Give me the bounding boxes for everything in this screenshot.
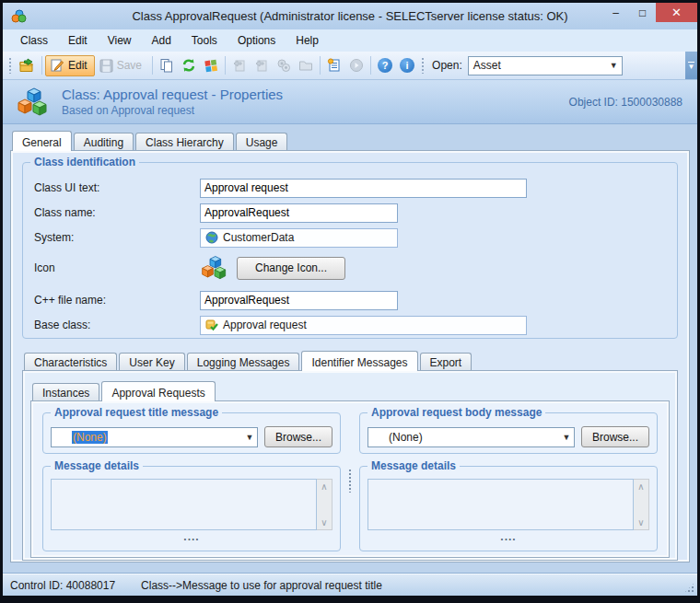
title-message-group: Approval request title message (None) ▼ … [42,412,341,454]
globe-icon [205,231,218,244]
approval-requests-page: Approval request title message (None) ▼ … [30,400,670,558]
toolbar-grip[interactable] [8,57,13,74]
toolbar-separator [320,56,321,75]
import-button [228,55,251,76]
menu-options[interactable]: Options [228,30,286,51]
edit-button[interactable]: Edit [45,55,95,76]
base-class-icon [205,319,218,331]
class-name-label: Class name: [34,206,200,219]
copy-icon [159,58,174,73]
class-name-input[interactable] [200,203,398,223]
menu-help[interactable]: Help [286,30,329,51]
header-banner: Class: Approval request - Properties Bas… [3,80,697,124]
scroll-down-icon[interactable]: ∨ [321,517,327,528]
export-folder-button[interactable] [16,55,39,76]
system-field: CustomerData [200,228,398,248]
tab-instances[interactable]: Instances [32,383,99,400]
toolbar-overflow-button[interactable]: ▼ [685,52,697,79]
title-message-details-textarea[interactable] [51,479,317,530]
change-icon-button[interactable]: Change Icon... [237,257,345,280]
page-title: Class: Approval request - Properties [62,87,283,102]
play-icon [349,58,364,73]
minimize-button[interactable]: – [602,3,629,22]
lower-tab-strip: Characteristics User Key Logging Message… [24,350,678,370]
close-button[interactable]: ✕ [656,3,697,22]
title-browse-button[interactable]: Browse... [264,426,332,447]
tab-identifier-messages[interactable]: Identifier Messages [301,351,417,371]
base-class-field: Approval request [200,316,527,335]
import-icon [232,58,247,73]
menu-add[interactable]: Add [142,30,181,51]
body-message-panel: Approval request body message (None) ▼ B… [354,409,663,551]
menu-tools[interactable]: Tools [181,30,228,51]
menu-bar: Class Edit View Add Tools Options Help [3,29,697,52]
icon-row: Icon Change Icon... [34,252,664,284]
toolbar-separator [370,56,371,75]
settings-gears-button [273,55,295,76]
class-icon-preview [200,254,229,282]
toolbar-separator [41,56,42,75]
title-message-legend: Approval request title message [51,406,222,419]
inner-tab-strip: Instances Approval Requests [32,380,670,400]
title-message-value: (None) [72,431,242,444]
title-message-combobox[interactable]: (None) ▼ [51,427,258,447]
system-row: System: CustomerData [34,227,664,248]
tab-approval-requests[interactable]: Approval Requests [101,381,215,401]
scroll-up-icon[interactable]: ∧ [637,481,644,492]
body-browse-button[interactable]: Browse... [581,426,649,447]
class-ui-text-input[interactable] [200,179,527,198]
menu-view[interactable]: View [98,30,142,51]
title-message-panel: Approval request title message (None) ▼ … [37,409,346,551]
export-folder-icon [19,58,35,73]
tab-user-key[interactable]: User Key [119,353,184,370]
edit-icon [50,58,64,73]
chevron-down-icon: ▼ [242,433,257,442]
refresh-button[interactable] [178,55,200,76]
copy-button[interactable] [156,55,178,76]
scroll-up-icon[interactable]: ∧ [321,481,327,492]
tab-export[interactable]: Export [420,353,472,370]
title-details-resize-grip[interactable]: .... [51,530,332,543]
panel-splitter[interactable] [346,409,354,551]
toolbar-grip[interactable] [421,57,426,74]
content-area: General Auditing Class Hierarchy Usage C… [3,124,697,574]
title-details-legend: Message details [51,459,143,472]
help-icon: ? [378,58,392,73]
open-combobox[interactable]: Asset ▼ [468,56,623,75]
body-message-details-textarea[interactable] [368,479,634,530]
body-message-value: (None) [389,431,559,444]
report-button[interactable] [323,55,345,76]
chevron-down-icon: ▼ [610,61,618,70]
windows-button[interactable] [200,55,222,76]
cpp-file-name-input[interactable] [200,291,398,310]
title-details-scrollbar[interactable]: ∧ ∨ [317,479,332,530]
class-ui-text-row: Class UI text: [34,178,664,198]
tab-general[interactable]: General [12,131,72,151]
refresh-icon [181,58,196,73]
banner-text-block: Class: Approval request - Properties Bas… [62,87,283,117]
tab-class-hierarchy[interactable]: Class Hierarchy [135,133,234,150]
class-identification-legend: Class identification [30,156,139,168]
tab-auditing[interactable]: Auditing [74,133,134,150]
status-message: Class-->Message to use for approval requ… [141,579,382,592]
tab-characteristics[interactable]: Characteristics [24,353,117,370]
maximize-button[interactable]: □ [629,3,656,22]
save-button: Save [95,55,149,76]
resize-grip[interactable] [683,582,695,594]
object-id-label: Object ID: 1500030888 [569,96,682,109]
body-message-combobox[interactable]: (None) ▼ [368,427,575,447]
tab-logging-messages[interactable]: Logging Messages [187,353,300,370]
tab-usage[interactable]: Usage [236,133,288,150]
info-button[interactable]: i [396,55,418,76]
body-details-resize-grip[interactable]: .... [368,530,649,543]
menu-edit[interactable]: Edit [58,30,98,51]
menu-class[interactable]: Class [10,30,58,51]
base-class-label: Base class: [34,319,200,331]
scroll-down-icon[interactable]: ∨ [637,517,644,528]
body-details-scrollbar[interactable]: ∧ ∨ [634,479,649,530]
system-label: System: [34,231,200,244]
class-ui-text-label: Class UI text: [34,181,200,194]
open-folder-button [295,55,317,76]
base-class-row: Base class: Approval request [34,315,664,335]
help-button[interactable]: ? [374,55,396,76]
